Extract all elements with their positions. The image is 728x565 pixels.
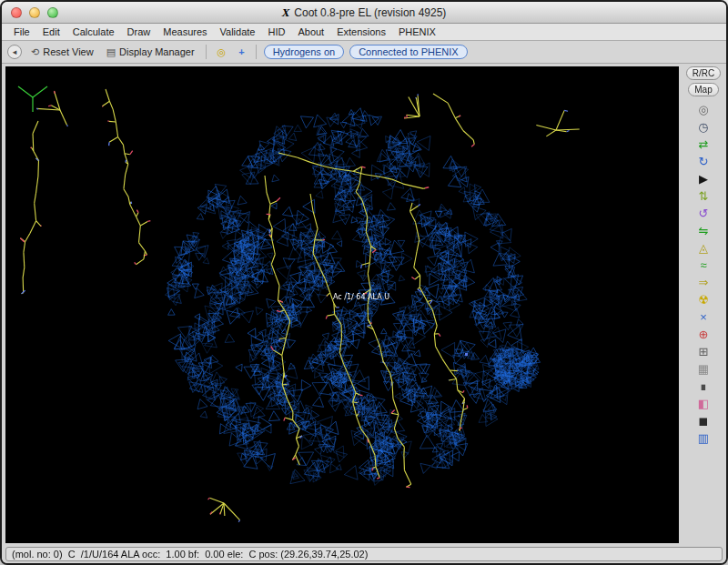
eraser-icon[interactable]: ◧ (694, 395, 713, 412)
centre-view-icon[interactable]: ◎ (694, 101, 713, 118)
window-title: X Coot 0.8-pre EL (revision 4925) (282, 5, 447, 20)
back-arrow-icon: ◂ (13, 47, 17, 56)
title-bar[interactable]: X Coot 0.8-pre EL (revision 4925) (2, 2, 726, 24)
rotate-translate-icon[interactable]: ↺ (694, 205, 713, 222)
menu-hid[interactable]: HID (261, 25, 291, 38)
menu-phenix[interactable]: PHENIX (392, 25, 442, 38)
menu-extensions[interactable]: Extensions (330, 25, 392, 38)
mutate-icon[interactable]: ⇒ (694, 274, 713, 291)
label-atom-icon: ◎ (217, 46, 227, 58)
hydrogens-toggle-button[interactable]: Hydrogens on (264, 45, 345, 59)
status-bar: (mol. no: 0) C /1/U/164 ALA occ: 1.00 bf… (2, 545, 726, 563)
coot-window: X Coot 0.8-pre EL (revision 4925) FileEd… (0, 0, 728, 565)
measure-distance-icon: + (238, 46, 244, 57)
dark-square-icon[interactable]: ◼ (694, 412, 713, 429)
delete-item-icon[interactable]: ∎ (694, 378, 713, 395)
right-panel: R/RC Map ◎◷⇄↻▶⇅↺⇋◬≈⇒☢×⊕⊞▦∎◧◼▥ (681, 64, 726, 545)
rigid-body-icon[interactable]: ⇅ (694, 187, 713, 205)
menu-about[interactable]: About (291, 25, 330, 38)
menu-file[interactable]: File (7, 25, 36, 38)
rotamers-icon[interactable]: ◬ (694, 239, 713, 257)
window-title-text: Coot 0.8-pre EL (revision 4925) (294, 6, 446, 19)
reset-view-label: Reset View (43, 46, 93, 57)
display-manager-icon: ▤ (106, 46, 116, 58)
add-alt-conf-icon[interactable]: ⊞ (694, 343, 713, 360)
viewport-area (2, 64, 681, 545)
menu-measures[interactable]: Measures (157, 25, 213, 38)
rrc-button[interactable]: R/RC (686, 66, 721, 80)
regularize-icon[interactable]: ↻ (694, 153, 713, 170)
toolbar-separator (256, 45, 257, 59)
run-refmac-icon[interactable]: ☢ (694, 291, 713, 308)
close-window-icon[interactable] (11, 7, 22, 18)
reset-view-button[interactable]: ⟲ Reset View (27, 45, 97, 60)
menu-calculate[interactable]: Calculate (66, 25, 121, 38)
measure-distance-button[interactable]: + (235, 45, 248, 59)
fixed-atoms-icon[interactable]: ▶ (694, 170, 713, 187)
map-button[interactable]: Map (688, 83, 718, 96)
window-content: R/RC Map ◎◷⇄↻▶⇅↺⇋◬≈⇒☢×⊕⊞▦∎◧◼▥ (2, 64, 726, 545)
display-manager-button[interactable]: ▤ Display Manager (103, 45, 198, 60)
idle-clock-icon[interactable]: ◷ (694, 118, 713, 136)
model-refine-icon-column: ◎◷⇄↻▶⇅↺⇋◬≈⇒☢×⊕⊞▦∎◧◼▥ (694, 101, 713, 447)
grey-square-icon[interactable]: ▦ (694, 360, 713, 378)
label-atom-button[interactable]: ◎ (214, 45, 230, 60)
molecular-viewport[interactable] (5, 66, 679, 543)
real-space-refine-icon[interactable]: ⇄ (694, 136, 713, 153)
menu-draw[interactable]: Draw (121, 25, 157, 38)
reset-view-icon: ⟲ (31, 46, 39, 58)
reject-icon[interactable]: × (694, 308, 713, 326)
x11-logo-icon: X (282, 5, 290, 20)
menu-edit[interactable]: Edit (36, 25, 66, 38)
zoom-window-icon[interactable] (47, 7, 58, 18)
minimize-window-icon[interactable] (29, 7, 40, 18)
toolbar-overflow-button[interactable]: ◂ (7, 45, 22, 59)
traffic-lights (11, 7, 58, 18)
toolbar-separator (206, 45, 207, 59)
edit-backbone-icon[interactable]: ≈ (694, 257, 713, 274)
phenix-connection-button[interactable]: Connected to PHENIX (349, 45, 467, 59)
menu-validate[interactable]: Validate (214, 25, 262, 38)
add-atom-icon[interactable]: ⊕ (694, 326, 713, 343)
main-toolbar: ◂ ⟲ Reset View ▤ Display Manager ◎ + Hyd… (2, 41, 726, 64)
display-settings-icon[interactable]: ▥ (694, 429, 713, 447)
display-manager-label: Display Manager (119, 46, 195, 57)
auto-fit-rotamer-icon[interactable]: ⇋ (694, 222, 713, 239)
status-text: (mol. no: 0) C /1/U/164 ALA occ: 1.00 bf… (5, 547, 723, 561)
menu-bar: FileEditCalculateDrawMeasuresValidateHID… (2, 24, 726, 41)
